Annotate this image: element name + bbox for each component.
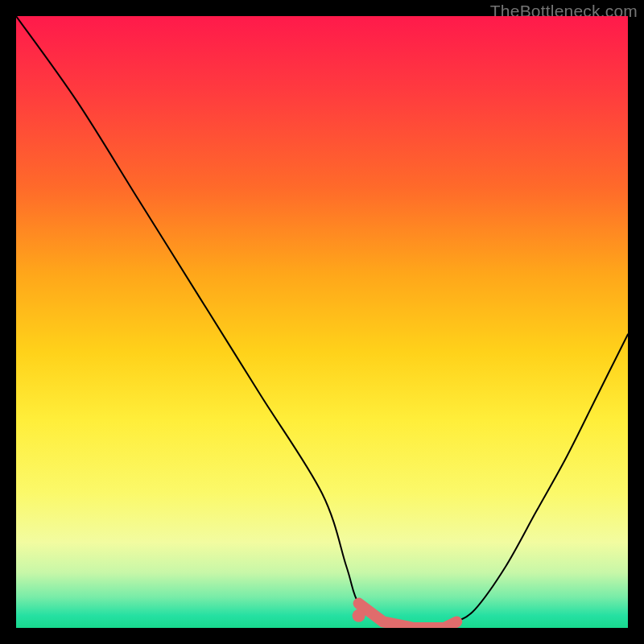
plot-area bbox=[16, 16, 628, 628]
chart-stage: TheBottleneck.com bbox=[0, 0, 644, 644]
optimal-start-dot bbox=[353, 609, 365, 622]
optimal-range-highlight bbox=[359, 604, 457, 628]
bottleneck-curve-path bbox=[16, 16, 628, 628]
curve-svg bbox=[16, 16, 628, 628]
